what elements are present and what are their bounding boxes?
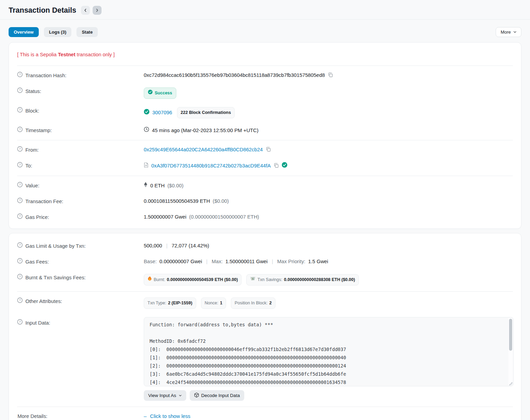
transaction-fee-usd: ($0.00) <box>213 198 229 205</box>
question-circle-icon: ? <box>17 213 23 221</box>
row-transaction-fee: ? Transaction Fee: 0.000108115500504539 … <box>17 194 513 209</box>
input-data-actions: View Input As Decode Input Data <box>144 390 513 401</box>
question-circle-icon: ? <box>17 242 23 250</box>
more-button-label: More <box>500 30 511 35</box>
question-circle-icon: ? <box>17 198 23 205</box>
previous-transaction-button[interactable] <box>81 6 90 15</box>
chevron-down-icon <box>513 30 517 35</box>
textarea-resize-grip[interactable] <box>509 382 513 385</box>
decode-input-data-button[interactable]: Decode Input Data <box>190 390 245 401</box>
svg-text:?: ? <box>19 320 21 324</box>
tab-overview[interactable]: Overview <box>9 27 39 37</box>
view-input-as-button[interactable]: View Input As <box>144 390 186 401</box>
page-header: Transaction Details <box>9 0 521 19</box>
copy-icon <box>266 147 271 153</box>
gas-fees-label: Gas Fees: <box>25 258 49 266</box>
flame-icon <box>148 276 152 283</box>
svg-text:?: ? <box>19 127 21 131</box>
value-usd: ($0.00) <box>167 182 184 189</box>
row-transaction-hash: ? Transaction Hash: 0xc72d984ccac6190b5f… <box>17 68 513 83</box>
status-label: Status: <box>25 88 41 95</box>
question-circle-icon: ? <box>17 298 23 305</box>
txn-savings-badge: $ Txn Savings: 0.000000000000288308 ETH … <box>246 274 358 285</box>
max-priority-fee-label: Max Priority: <box>277 258 305 265</box>
timestamp-value: 45 mins ago (Mar-02-2023 12:55:00 PM +UT… <box>152 127 258 134</box>
tabs-row: Overview Logs (3) State More <box>9 20 521 42</box>
more-details-label: More Details: <box>17 413 47 420</box>
base-fee-label: Base: <box>144 258 157 265</box>
block-finalized-icon <box>144 109 150 117</box>
question-circle-icon: ? <box>17 72 23 79</box>
input-data-content: Function: forward(address to,bytes data)… <box>144 317 513 386</box>
money-wings-icon: $ <box>250 276 256 283</box>
gas-price-amount: 1.500000007 Gwei <box>144 213 186 221</box>
svg-text:?: ? <box>19 183 21 186</box>
block-number-link[interactable]: 3007096 <box>152 109 172 116</box>
testnet-warning-prefix: [ This is a Sepolia <box>17 52 58 57</box>
gas-limit-value: 500,000 <box>144 242 162 249</box>
gas-price-label: Gas Price: <box>25 214 49 221</box>
next-transaction-button[interactable] <box>93 6 102 15</box>
txn-savings-value: 0.000000000000288308 ETH ($0.00) <box>284 276 355 283</box>
transaction-hash-value: 0xc72d984ccac6190b5f135576eb97b03604bc81… <box>144 72 325 79</box>
copy-to-button[interactable] <box>273 163 279 169</box>
from-address-link[interactable]: 0x259c49E65644a020C2A642260a4ffB0CD862cb… <box>144 146 263 153</box>
chevron-right-icon <box>95 8 99 12</box>
txn-savings-label: Txn Savings: <box>257 276 282 283</box>
input-data-scrollbar[interactable] <box>508 318 513 386</box>
copy-hash-button[interactable] <box>328 72 333 79</box>
txn-type-badge: Txn Type: 2 (EIP-1559) <box>144 298 196 309</box>
testnet-warning-suffix: transaction only ] <box>75 52 115 57</box>
input-data-scrollbar-thumb[interactable] <box>509 319 512 351</box>
nonce-value: 1 <box>220 300 222 307</box>
transaction-fee-label: Transaction Fee: <box>25 198 63 205</box>
decode-input-data-label: Decode Input Data <box>201 393 240 398</box>
tab-state[interactable]: State <box>76 27 98 37</box>
burnt-value: 0.000000000000504539 ETH ($0.00) <box>167 276 238 283</box>
copy-from-button[interactable] <box>266 147 271 153</box>
row-other-attributes: ? Other Attributes: Txn Type: 2 (EIP-155… <box>17 293 513 313</box>
minus-icon: – <box>144 413 146 419</box>
contract-file-icon <box>144 162 149 170</box>
pipe-separator: | <box>272 258 273 265</box>
base-fee-value: 0.000000007 Gwei <box>160 258 202 265</box>
svg-text:?: ? <box>19 198 21 202</box>
tab-logs[interactable]: Logs (3) <box>44 27 72 37</box>
txn-type-value: 2 (EIP-1559) <box>168 300 192 307</box>
transaction-fee-amount: 0.000108115500504539 ETH <box>144 198 210 205</box>
question-circle-icon: ? <box>17 258 23 266</box>
question-circle-icon: ? <box>17 182 23 189</box>
testnet-warning-bold: Testnet <box>58 52 75 57</box>
burnt-label: Burnt: <box>154 276 165 283</box>
divider <box>17 176 513 176</box>
to-address-link[interactable]: 0xA3f07D6773514480b918C2742b027b3acD9E44… <box>151 162 271 170</box>
clock-icon <box>144 127 149 134</box>
check-circle-icon <box>148 90 153 97</box>
svg-text:?: ? <box>19 243 21 247</box>
svg-text:?: ? <box>19 214 21 218</box>
divider <box>17 66 513 66</box>
testnet-warning: [ This is a Sepolia Testnet transaction … <box>17 46 513 64</box>
position-in-block-label: Position In Block: <box>235 300 268 307</box>
gas-usage-value: 72,077 (14.42%) <box>172 242 209 249</box>
page-title: Transaction Details <box>9 6 76 15</box>
value-amount: 0 ETH <box>150 182 165 189</box>
svg-text:?: ? <box>19 275 21 278</box>
row-from: ? From: 0x259c49E65644a020C2A642260a4ffB… <box>17 142 513 158</box>
svg-text:?: ? <box>19 298 21 302</box>
transaction-hash-label: Transaction Hash: <box>25 72 67 79</box>
svg-text:?: ? <box>19 108 21 112</box>
transaction-details-page: Transaction Details Overview Logs (3) St… <box>0 0 530 420</box>
overview-card: [ This is a Sepolia Testnet transaction … <box>9 42 521 229</box>
question-circle-icon: ? <box>17 127 23 134</box>
pipe-separator: | <box>166 242 168 249</box>
gas-price-eth: (0.000000001500000007 ETH) <box>189 213 259 221</box>
copy-icon <box>328 72 333 79</box>
row-burnt-fees: ? Burnt & Txn Savings Fees: Burnt: 0.000… <box>17 270 513 290</box>
show-less-link[interactable]: – Click to show less <box>144 413 190 420</box>
more-button[interactable]: More <box>496 27 521 37</box>
verified-check-icon <box>282 162 287 170</box>
divider <box>17 291 513 292</box>
copy-icon <box>273 163 279 169</box>
input-data-textarea[interactable]: Function: forward(address to,bytes data)… <box>144 317 514 386</box>
